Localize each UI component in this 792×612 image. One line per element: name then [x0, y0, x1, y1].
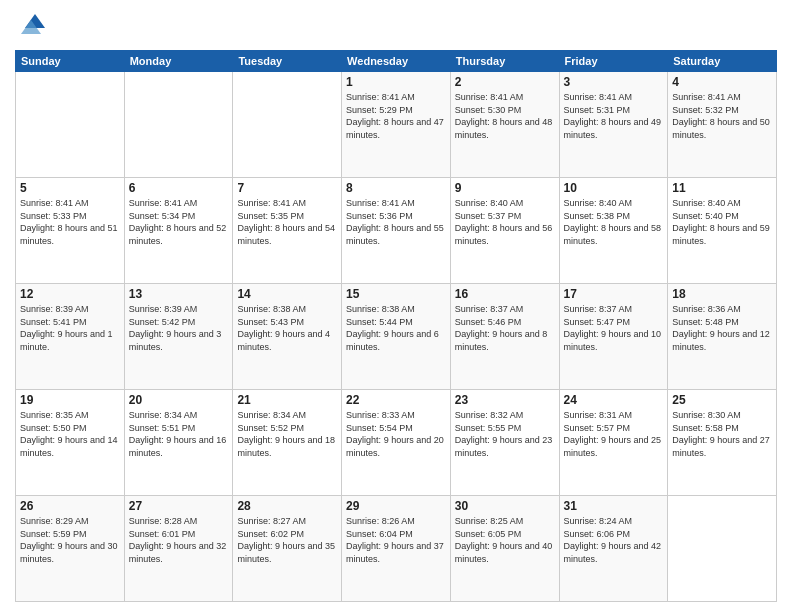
day-number: 24	[564, 393, 664, 407]
day-cell: 31Sunrise: 8:24 AM Sunset: 6:06 PM Dayli…	[559, 496, 668, 602]
day-number: 29	[346, 499, 446, 513]
logo-icon	[15, 10, 47, 42]
day-number: 8	[346, 181, 446, 195]
day-cell: 17Sunrise: 8:37 AM Sunset: 5:47 PM Dayli…	[559, 284, 668, 390]
day-cell: 26Sunrise: 8:29 AM Sunset: 5:59 PM Dayli…	[16, 496, 125, 602]
day-info: Sunrise: 8:33 AM Sunset: 5:54 PM Dayligh…	[346, 409, 446, 459]
day-number: 2	[455, 75, 555, 89]
day-number: 26	[20, 499, 120, 513]
day-info: Sunrise: 8:37 AM Sunset: 5:46 PM Dayligh…	[455, 303, 555, 353]
day-cell: 15Sunrise: 8:38 AM Sunset: 5:44 PM Dayli…	[342, 284, 451, 390]
day-number: 25	[672, 393, 772, 407]
day-number: 4	[672, 75, 772, 89]
day-info: Sunrise: 8:31 AM Sunset: 5:57 PM Dayligh…	[564, 409, 664, 459]
day-info: Sunrise: 8:28 AM Sunset: 6:01 PM Dayligh…	[129, 515, 229, 565]
day-cell: 19Sunrise: 8:35 AM Sunset: 5:50 PM Dayli…	[16, 390, 125, 496]
day-cell: 14Sunrise: 8:38 AM Sunset: 5:43 PM Dayli…	[233, 284, 342, 390]
day-info: Sunrise: 8:41 AM Sunset: 5:35 PM Dayligh…	[237, 197, 337, 247]
day-info: Sunrise: 8:30 AM Sunset: 5:58 PM Dayligh…	[672, 409, 772, 459]
day-cell: 5Sunrise: 8:41 AM Sunset: 5:33 PM Daylig…	[16, 178, 125, 284]
day-info: Sunrise: 8:24 AM Sunset: 6:06 PM Dayligh…	[564, 515, 664, 565]
day-number: 13	[129, 287, 229, 301]
day-info: Sunrise: 8:41 AM Sunset: 5:32 PM Dayligh…	[672, 91, 772, 141]
day-info: Sunrise: 8:37 AM Sunset: 5:47 PM Dayligh…	[564, 303, 664, 353]
day-number: 16	[455, 287, 555, 301]
day-info: Sunrise: 8:41 AM Sunset: 5:34 PM Dayligh…	[129, 197, 229, 247]
day-info: Sunrise: 8:25 AM Sunset: 6:05 PM Dayligh…	[455, 515, 555, 565]
day-cell: 27Sunrise: 8:28 AM Sunset: 6:01 PM Dayli…	[124, 496, 233, 602]
day-cell: 6Sunrise: 8:41 AM Sunset: 5:34 PM Daylig…	[124, 178, 233, 284]
day-info: Sunrise: 8:39 AM Sunset: 5:42 PM Dayligh…	[129, 303, 229, 353]
day-info: Sunrise: 8:41 AM Sunset: 5:29 PM Dayligh…	[346, 91, 446, 141]
day-number: 7	[237, 181, 337, 195]
day-number: 18	[672, 287, 772, 301]
day-number: 22	[346, 393, 446, 407]
day-info: Sunrise: 8:27 AM Sunset: 6:02 PM Dayligh…	[237, 515, 337, 565]
day-number: 19	[20, 393, 120, 407]
day-number: 23	[455, 393, 555, 407]
day-cell	[124, 72, 233, 178]
day-number: 21	[237, 393, 337, 407]
day-info: Sunrise: 8:41 AM Sunset: 5:33 PM Dayligh…	[20, 197, 120, 247]
week-row-4: 19Sunrise: 8:35 AM Sunset: 5:50 PM Dayli…	[16, 390, 777, 496]
day-cell: 7Sunrise: 8:41 AM Sunset: 5:35 PM Daylig…	[233, 178, 342, 284]
day-number: 30	[455, 499, 555, 513]
day-info: Sunrise: 8:35 AM Sunset: 5:50 PM Dayligh…	[20, 409, 120, 459]
day-cell: 30Sunrise: 8:25 AM Sunset: 6:05 PM Dayli…	[450, 496, 559, 602]
day-info: Sunrise: 8:39 AM Sunset: 5:41 PM Dayligh…	[20, 303, 120, 353]
day-info: Sunrise: 8:34 AM Sunset: 5:52 PM Dayligh…	[237, 409, 337, 459]
weekday-header: SundayMondayTuesdayWednesdayThursdayFrid…	[16, 51, 777, 72]
day-cell: 23Sunrise: 8:32 AM Sunset: 5:55 PM Dayli…	[450, 390, 559, 496]
day-cell: 1Sunrise: 8:41 AM Sunset: 5:29 PM Daylig…	[342, 72, 451, 178]
day-info: Sunrise: 8:26 AM Sunset: 6:04 PM Dayligh…	[346, 515, 446, 565]
day-info: Sunrise: 8:34 AM Sunset: 5:51 PM Dayligh…	[129, 409, 229, 459]
day-cell: 29Sunrise: 8:26 AM Sunset: 6:04 PM Dayli…	[342, 496, 451, 602]
day-number: 27	[129, 499, 229, 513]
week-row-3: 12Sunrise: 8:39 AM Sunset: 5:41 PM Dayli…	[16, 284, 777, 390]
day-info: Sunrise: 8:41 AM Sunset: 5:30 PM Dayligh…	[455, 91, 555, 141]
day-info: Sunrise: 8:36 AM Sunset: 5:48 PM Dayligh…	[672, 303, 772, 353]
day-number: 15	[346, 287, 446, 301]
day-cell: 16Sunrise: 8:37 AM Sunset: 5:46 PM Dayli…	[450, 284, 559, 390]
day-info: Sunrise: 8:29 AM Sunset: 5:59 PM Dayligh…	[20, 515, 120, 565]
day-cell: 28Sunrise: 8:27 AM Sunset: 6:02 PM Dayli…	[233, 496, 342, 602]
day-cell: 21Sunrise: 8:34 AM Sunset: 5:52 PM Dayli…	[233, 390, 342, 496]
day-cell: 8Sunrise: 8:41 AM Sunset: 5:36 PM Daylig…	[342, 178, 451, 284]
day-cell: 22Sunrise: 8:33 AM Sunset: 5:54 PM Dayli…	[342, 390, 451, 496]
day-info: Sunrise: 8:38 AM Sunset: 5:44 PM Dayligh…	[346, 303, 446, 353]
week-row-2: 5Sunrise: 8:41 AM Sunset: 5:33 PM Daylig…	[16, 178, 777, 284]
weekday-saturday: Saturday	[668, 51, 777, 72]
day-number: 3	[564, 75, 664, 89]
week-row-1: 1Sunrise: 8:41 AM Sunset: 5:29 PM Daylig…	[16, 72, 777, 178]
day-number: 20	[129, 393, 229, 407]
day-cell: 13Sunrise: 8:39 AM Sunset: 5:42 PM Dayli…	[124, 284, 233, 390]
weekday-thursday: Thursday	[450, 51, 559, 72]
day-number: 10	[564, 181, 664, 195]
day-number: 6	[129, 181, 229, 195]
day-cell: 3Sunrise: 8:41 AM Sunset: 5:31 PM Daylig…	[559, 72, 668, 178]
day-number: 5	[20, 181, 120, 195]
page: SundayMondayTuesdayWednesdayThursdayFrid…	[0, 0, 792, 612]
day-cell	[233, 72, 342, 178]
day-cell: 9Sunrise: 8:40 AM Sunset: 5:37 PM Daylig…	[450, 178, 559, 284]
day-number: 28	[237, 499, 337, 513]
header	[15, 10, 777, 42]
weekday-friday: Friday	[559, 51, 668, 72]
week-row-5: 26Sunrise: 8:29 AM Sunset: 5:59 PM Dayli…	[16, 496, 777, 602]
day-info: Sunrise: 8:41 AM Sunset: 5:36 PM Dayligh…	[346, 197, 446, 247]
day-number: 14	[237, 287, 337, 301]
logo	[15, 10, 51, 42]
day-info: Sunrise: 8:38 AM Sunset: 5:43 PM Dayligh…	[237, 303, 337, 353]
weekday-tuesday: Tuesday	[233, 51, 342, 72]
day-info: Sunrise: 8:32 AM Sunset: 5:55 PM Dayligh…	[455, 409, 555, 459]
day-cell: 10Sunrise: 8:40 AM Sunset: 5:38 PM Dayli…	[559, 178, 668, 284]
weekday-wednesday: Wednesday	[342, 51, 451, 72]
day-cell: 20Sunrise: 8:34 AM Sunset: 5:51 PM Dayli…	[124, 390, 233, 496]
day-number: 31	[564, 499, 664, 513]
day-number: 17	[564, 287, 664, 301]
day-number: 9	[455, 181, 555, 195]
day-info: Sunrise: 8:40 AM Sunset: 5:37 PM Dayligh…	[455, 197, 555, 247]
day-cell: 25Sunrise: 8:30 AM Sunset: 5:58 PM Dayli…	[668, 390, 777, 496]
weekday-monday: Monday	[124, 51, 233, 72]
day-cell	[668, 496, 777, 602]
